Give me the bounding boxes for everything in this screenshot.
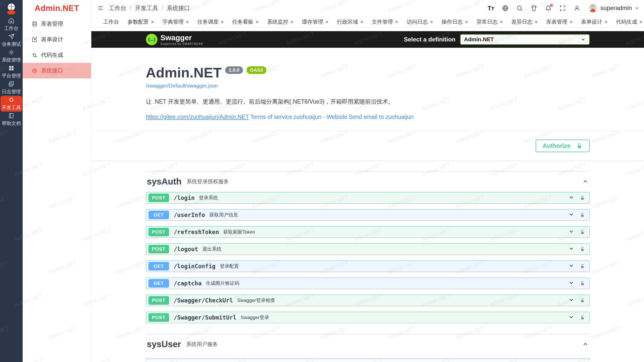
chevron-down-icon[interactable] [568, 297, 574, 304]
rail-item-log-mgmt[interactable]: 日志管理 [1, 80, 22, 96]
rail-item-business-test[interactable]: 业务测试 [1, 32, 22, 48]
rail-item-dev-tools[interactable]: 开发工具 [1, 96, 22, 112]
lock-icon[interactable] [579, 280, 585, 286]
tab[interactable]: 任务调度 × [193, 16, 228, 27]
chevron-up-icon[interactable] [582, 341, 589, 347]
user-center-icon[interactable] [574, 5, 580, 12]
rail-item-platform-mgmt[interactable]: 平台管理 [1, 64, 22, 80]
rail-item-system-mgmt[interactable]: 系统管理 [1, 48, 22, 64]
tab-close-icon[interactable]: × [325, 19, 328, 24]
section-header[interactable]: sysAuth 系统登录授权服务 [146, 171, 590, 192]
chevron-down-icon[interactable] [568, 280, 574, 287]
tab[interactable]: 代码生成 × [612, 16, 644, 27]
unlock-icon [576, 143, 583, 149]
chevron-down-icon[interactable] [568, 314, 574, 321]
breadcrumb-item[interactable]: 工作台 [109, 4, 126, 12]
lock-icon[interactable] [579, 195, 585, 201]
lock-icon[interactable] [579, 229, 585, 235]
tab-label: 代码生成 [616, 18, 637, 25]
menu-item-system-api[interactable]: 系统接口 [23, 63, 91, 78]
endpoint-row[interactable]: GET /captcha 生成图片验证码 [146, 278, 590, 289]
breadcrumb-item[interactable]: 系统接口 [167, 4, 190, 12]
authorize-button[interactable]: Authorize [536, 140, 590, 152]
font-size-icon[interactable]: Tт [488, 5, 494, 12]
endpoint-row[interactable]: POST /login 登录系统 [146, 192, 590, 204]
tab-close-icon[interactable]: × [535, 19, 538, 24]
tab[interactable]: 任务看板 × [228, 16, 263, 27]
tab[interactable]: 操作日志 × [437, 16, 472, 27]
menu-item-db-table-mgmt[interactable]: 库表管理 [23, 16, 91, 32]
menu-item-label: 代码生成 [41, 51, 63, 59]
endpoint-row-partial[interactable] [146, 358, 590, 360]
lock-icon[interactable] [579, 263, 585, 269]
chevron-down-icon[interactable] [568, 194, 574, 201]
endpoint-row[interactable]: POST /Swagger/SubmitUrl Swagger登录 [146, 312, 590, 323]
spec-json-link[interactable]: /swagger/Default/swagger.json [146, 83, 590, 89]
tab[interactable]: 参数配置 × [123, 16, 158, 27]
tab-close-icon[interactable]: × [570, 19, 573, 24]
section-description: 系统登录授权服务 [187, 178, 229, 185]
method-badge: POST [148, 194, 169, 202]
fullscreen-icon[interactable] [559, 5, 566, 12]
definition-select[interactable]: Admin.NET [460, 34, 590, 45]
lock-icon[interactable] [579, 314, 585, 321]
website-link[interactable]: zuohuaijun - Website [293, 114, 347, 120]
tab[interactable]: 异常日志 × [472, 16, 507, 27]
chevron-up-icon[interactable] [582, 178, 589, 185]
section-header[interactable]: sysUser 系统用户服务 [146, 334, 590, 355]
rail-item-workbench[interactable]: 工作台 [1, 17, 22, 32]
api-icon [32, 68, 37, 74]
tab[interactable]: 访问日志 × [403, 16, 437, 27]
tab-close-icon[interactable]: × [430, 19, 433, 24]
search-icon[interactable] [516, 5, 523, 12]
tab-close-icon[interactable]: × [395, 19, 398, 24]
repo-link[interactable]: https://gitee.com/zuohuaijun/Admin.NET [146, 114, 249, 120]
tab-close-icon[interactable]: × [256, 19, 259, 24]
lock-icon[interactable] [579, 212, 585, 218]
tab[interactable]: 字典管理 × [158, 16, 193, 27]
tab-close-icon[interactable]: × [291, 19, 294, 24]
endpoint-row[interactable]: POST /refreshToken 获取刷新Token [146, 226, 590, 238]
menu-item-form-design[interactable]: 表单设计 [23, 32, 91, 47]
menu-collapse-icon[interactable] [97, 5, 104, 11]
chevron-down-icon[interactable] [568, 211, 574, 218]
tab[interactable]: 库表管理 × [542, 16, 577, 27]
language-icon[interactable] [502, 5, 509, 12]
app-logo[interactable] [5, 1, 18, 17]
endpoint-row[interactable]: POST /logout 退出系统 [146, 243, 590, 255]
tab[interactable]: 行政区域 × [333, 16, 368, 27]
theme-icon[interactable] [531, 5, 537, 12]
tab-close-icon[interactable]: × [465, 19, 468, 24]
user-menu[interactable]: superadmin [588, 3, 639, 13]
tab[interactable]: 工作台 [99, 16, 123, 27]
tab-close-icon[interactable]: × [639, 19, 642, 24]
tab-close-icon[interactable]: × [221, 19, 224, 24]
tab[interactable]: 缓存管理 × [298, 16, 333, 27]
email-link[interactable]: Send email to zuohuaijun [348, 114, 413, 120]
breadcrumb-item[interactable]: 开发工具 [135, 4, 158, 12]
tab-close-icon[interactable]: × [500, 19, 503, 24]
tab-close-icon[interactable]: × [186, 19, 189, 24]
notifications-icon[interactable] [545, 5, 552, 12]
rail-item-help-docs[interactable]: 帮助文档 [1, 112, 22, 127]
tab-close-icon[interactable]: × [605, 19, 608, 24]
tab[interactable]: 文件管理 × [368, 16, 403, 27]
menu-item-code-gen[interactable]: 代码生成 [23, 47, 91, 63]
lock-icon[interactable] [579, 246, 585, 252]
endpoint-row[interactable]: POST /Swagger/CheckUrl Swagger登录检查 [146, 295, 590, 306]
tab-close-icon[interactable]: × [151, 19, 154, 24]
terms-link[interactable]: Terms of service [250, 114, 292, 120]
grid-icon [8, 65, 15, 71]
endpoint-row[interactable]: GET /loginConfig 登录配置 [146, 260, 590, 272]
endpoint-row[interactable]: GET /userInfo 获取用户信息 [146, 209, 590, 221]
chevron-down-icon[interactable] [568, 246, 574, 253]
chevron-down-icon[interactable] [568, 229, 574, 236]
tab[interactable]: 系统监控 × [263, 16, 298, 27]
chevron-down-icon[interactable] [568, 263, 574, 270]
tab[interactable]: 差异日志 × [507, 16, 542, 27]
method-badge: POST [148, 296, 169, 305]
tab-close-icon[interactable]: × [360, 19, 363, 24]
lock-icon[interactable] [579, 297, 585, 303]
tab[interactable]: 表单设计 × [577, 16, 612, 27]
endpoint-path: /Swagger/CheckUrl [174, 297, 233, 304]
